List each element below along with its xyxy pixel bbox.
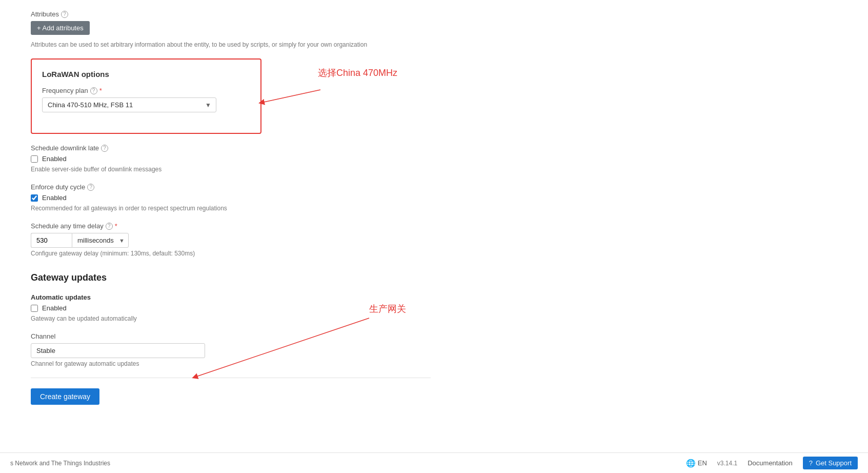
language-label: EN (698, 459, 707, 467)
unit-select[interactable]: milliseconds seconds (72, 233, 129, 248)
create-gateway-button-wrapper: Create gateway (31, 388, 431, 405)
attributes-label-text: Attributes (31, 10, 59, 18)
automatic-updates-checkbox-row: Enabled (31, 304, 431, 312)
channel-input[interactable] (31, 343, 205, 358)
language-selector[interactable]: 🌐 EN (686, 459, 707, 468)
attributes-label: Attributes ? (31, 10, 431, 18)
channel-label: Channel (31, 332, 431, 340)
automatic-updates-hint: Gateway can be updated automatically (31, 315, 431, 322)
footer-text: s Network and The Things Industries (10, 460, 110, 467)
schedule-time-hint: Configure gateway delay (minimum: 130ms,… (31, 250, 431, 257)
channel-hint: Channel for gateway automatic updates (31, 360, 431, 367)
enforce-duty-cycle-enabled-label: Enabled (42, 194, 67, 202)
section-divider (31, 378, 431, 378)
automatic-updates-label-text: Automatic updates (31, 293, 91, 301)
schedule-downlink-label-text: Schedule downlink late (31, 144, 99, 152)
schedule-downlink-checkbox-row: Enabled (31, 155, 431, 163)
time-delay-input[interactable] (31, 233, 72, 248)
attributes-hint: Attributes can be used to set arbitrary … (31, 41, 431, 48)
schedule-downlink-enabled-label: Enabled (42, 155, 67, 163)
automatic-updates-field: Automatic updates Enabled Gateway can be… (31, 293, 431, 322)
frequency-plan-field: Frequency plan ? * China 470-510 MHz, FS… (42, 87, 250, 112)
automatic-updates-checkbox[interactable] (31, 305, 38, 312)
create-gateway-button[interactable]: Create gateway (31, 388, 99, 405)
frequency-required-star: * (99, 87, 102, 94)
time-delay-row: milliseconds seconds ▼ (31, 233, 431, 248)
frequency-plan-select[interactable]: China 470-510 MHz, FSB 11 EU 863-870 MHz… (42, 97, 216, 112)
schedule-time-delay-label: Schedule any time delay ? * (31, 222, 431, 230)
schedule-time-delay-field: Schedule any time delay ? * milliseconds… (31, 222, 431, 257)
support-label: Get Support (816, 459, 852, 467)
schedule-time-required-star: * (115, 222, 117, 230)
documentation-link[interactable]: Documentation (748, 459, 792, 467)
enforce-duty-cycle-checkbox[interactable] (31, 194, 38, 202)
automatic-updates-enabled-label: Enabled (42, 304, 67, 312)
schedule-downlink-label: Schedule downlink late ? (31, 144, 431, 152)
schedule-downlink-checkbox[interactable] (31, 155, 38, 163)
enforce-duty-cycle-label-text: Enforce duty cycle (31, 183, 85, 191)
frequency-plan-label-text: Frequency plan (42, 87, 88, 94)
enforce-duty-cycle-label: Enforce duty cycle ? (31, 183, 431, 191)
frequency-plan-label: Frequency plan ? * (42, 87, 250, 94)
enforce-duty-cycle-hint: Recommended for all gateways in order to… (31, 205, 431, 212)
enforce-duty-help-icon[interactable]: ? (87, 184, 94, 191)
bottom-bar: s Network and The Things Industries 🌐 EN… (0, 452, 868, 473)
lorawan-options-box: LoRaWAN options Frequency plan ? * China… (31, 58, 261, 134)
frequency-plan-help-icon[interactable]: ? (90, 87, 97, 94)
version-text: v3.14.1 (717, 460, 737, 467)
enforce-duty-cycle-checkbox-row: Enabled (31, 194, 431, 202)
channel-label-text: Channel (31, 332, 55, 340)
globe-icon: 🌐 (686, 459, 696, 468)
lorawan-title: LoRaWAN options (42, 70, 250, 78)
attributes-help-icon[interactable]: ? (61, 11, 68, 18)
enforce-duty-cycle-field: Enforce duty cycle ? Enabled Recommended… (31, 183, 431, 212)
schedule-downlink-field: Schedule downlink late ? Enabled Enable … (31, 144, 431, 173)
add-attributes-button[interactable]: + Add attributes (31, 21, 90, 35)
gateway-updates-title: Gateway updates (31, 272, 431, 283)
automatic-updates-label: Automatic updates (31, 293, 431, 301)
schedule-downlink-hint: Enable server-side buffer of downlink me… (31, 166, 431, 173)
frequency-plan-select-wrapper: China 470-510 MHz, FSB 11 EU 863-870 MHz… (42, 97, 216, 112)
support-icon: ? (809, 459, 813, 467)
channel-field: Channel Channel for gateway automatic up… (31, 332, 431, 367)
schedule-downlink-help-icon[interactable]: ? (101, 145, 108, 152)
attributes-section: Attributes ? + Add attributes Attributes… (31, 10, 431, 48)
schedule-time-delay-label-text: Schedule any time delay (31, 222, 104, 230)
schedule-time-help-icon[interactable]: ? (106, 223, 113, 230)
unit-select-wrapper: milliseconds seconds ▼ (72, 233, 129, 248)
gateway-updates-section: Gateway updates Automatic updates Enable… (31, 272, 431, 405)
get-support-button[interactable]: ? Get Support (803, 457, 858, 469)
